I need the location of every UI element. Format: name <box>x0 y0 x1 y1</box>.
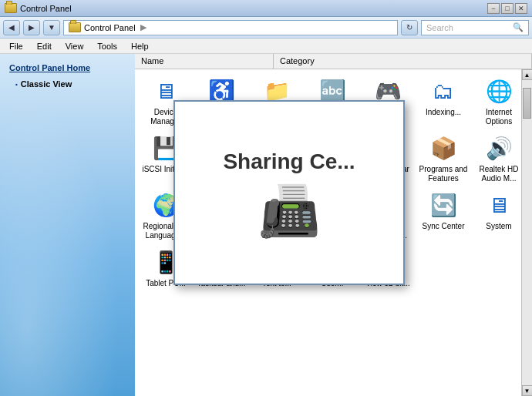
icon-label-indexing: Indexing... <box>426 108 461 117</box>
icon-item-system[interactable]: 🖥System <box>471 186 527 243</box>
col-name[interactable]: Name <box>135 54 274 69</box>
icon-symbol-programs-features: 📦 <box>428 133 459 163</box>
refresh-button[interactable]: ↻ <box>401 20 418 35</box>
window-icon <box>5 3 17 13</box>
address-field[interactable]: Control Panel ▶ <box>63 20 398 35</box>
icon-symbol-realtek: 🔊 <box>483 133 514 163</box>
icon-symbol-indexing: 🗂 <box>428 76 459 106</box>
sidebar: Control Panel Home • Classic View <box>0 54 135 396</box>
menu-edit[interactable]: Edit <box>31 40 58 52</box>
menu-bar: File Edit View Tools Help <box>0 39 532 54</box>
address-bar: ◀ ▶ ▼ Control Panel ▶ ↻ Search 🔍 <box>0 17 532 39</box>
icon-item-programs-features[interactable]: 📦Programs and Features <box>416 129 471 186</box>
overlay-title: Sharing Ce... <box>223 149 355 174</box>
search-placeholder: Search <box>426 23 453 32</box>
menu-file[interactable]: File <box>3 40 29 52</box>
scrollbar[interactable]: ▲ ▼ <box>521 69 532 396</box>
scroll-down-button[interactable]: ▼ <box>522 385 533 396</box>
minimize-button[interactable]: − <box>487 3 500 14</box>
forward-button[interactable]: ▶ <box>23 20 40 35</box>
icon-symbol-system: 🖥 <box>483 190 514 220</box>
scroll-up-button[interactable]: ▲ <box>522 69 533 80</box>
icon-item-internet-options[interactable]: 🌐Internet Options <box>471 72 527 129</box>
address-folder-icon <box>69 22 81 32</box>
icon-item-indexing[interactable]: 🗂Indexing... <box>416 72 471 129</box>
menu-help[interactable]: Help <box>125 40 155 52</box>
bullet-icon: • <box>15 81 18 88</box>
search-field[interactable]: Search 🔍 <box>421 20 529 35</box>
content-panel: Name Category 🖥Device Manager♿Ease of...… <box>135 54 532 396</box>
dropdown-button[interactable]: ▼ <box>43 20 60 35</box>
icon-item-realtek[interactable]: 🔊Realtek HD Audio M... <box>471 129 527 186</box>
main-content: Control Panel Home • Classic View Name C… <box>0 54 532 396</box>
icon-symbol-internet-options: 🌐 <box>483 76 514 106</box>
restore-button[interactable]: □ <box>501 3 513 14</box>
sidebar-home[interactable]: Control Panel Home <box>0 60 135 77</box>
close-button[interactable]: ✕ <box>515 3 527 14</box>
back-button[interactable]: ◀ <box>3 20 20 35</box>
icon-label-realtek: Realtek HD Audio M... <box>473 165 525 183</box>
title-bar-left: Control Panel <box>5 3 72 13</box>
classic-view-label: Classic View <box>21 79 72 89</box>
address-arrow: ▶ <box>140 22 146 32</box>
search-icon: 🔍 <box>513 22 524 32</box>
icon-label-programs-features: Programs and Features <box>417 165 470 183</box>
fax-icon: 📠 <box>258 186 320 236</box>
scroll-track[interactable] <box>522 80 532 385</box>
icon-item-sync-center[interactable]: 🔄Sync Center <box>416 186 471 243</box>
icon-label-sync-center: Sync Center <box>422 222 464 231</box>
column-headers: Name Category <box>135 54 532 69</box>
address-path: Control Panel <box>84 23 136 32</box>
title-bar: Control Panel − □ ✕ <box>0 0 532 17</box>
menu-tools[interactable]: Tools <box>91 40 123 52</box>
icon-label-internet-options: Internet Options <box>473 108 525 126</box>
sidebar-classic-view[interactable]: • Classic View <box>0 77 135 91</box>
menu-view[interactable]: View <box>59 40 90 52</box>
icon-label-system: System <box>486 222 511 231</box>
col-category[interactable]: Category <box>274 54 532 69</box>
sharing-center-overlay: Sharing Ce... 📠 <box>173 100 405 285</box>
window-title: Control Panel <box>20 4 72 13</box>
scroll-thumb[interactable] <box>523 88 531 119</box>
title-bar-controls: − □ ✕ <box>487 3 527 14</box>
icon-symbol-sync-center: 🔄 <box>428 190 459 220</box>
